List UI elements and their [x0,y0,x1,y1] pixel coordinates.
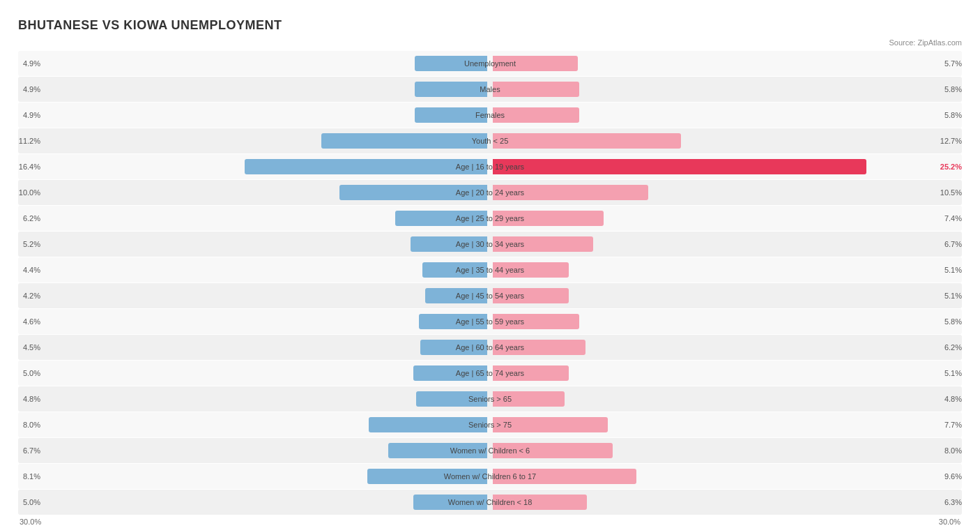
chart-row: 4.9%5.8%Males [18,77,962,102]
bar-pink [493,340,585,355]
right-value: 8.0% [944,446,962,455]
right-value: 6.7% [944,240,962,248]
bar-blue [420,340,487,355]
right-value: 5.1% [944,369,962,377]
chart-row: 6.2%7.4%Age | 25 to 29 years [18,206,962,231]
chart-row: 5.0%6.3%Women w/ Children < 18 [18,490,962,515]
axis-left: 30.0% [20,518,41,526]
right-value: 25.2% [940,163,962,171]
left-value: 16.4% [18,163,40,171]
chart-row: 11.2%12.7%Youth < 25 [18,128,962,153]
bar-pink [493,314,579,329]
bar-pink [493,82,579,97]
bar-pink [493,159,866,174]
left-value: 4.5% [18,343,40,352]
bar-blue [422,262,487,278]
chart-row: 4.8%4.8%Seniors > 65 [18,386,962,412]
right-value: 4.8% [944,395,962,403]
bar-blue [415,56,487,71]
bar-pink [493,133,681,149]
chart-row: 5.0%5.1%Age | 65 to 74 years [18,361,962,386]
right-value: 5.8% [944,85,962,93]
chart-row: 6.7%8.0%Women w/ Children < 6 [18,438,962,463]
left-value: 4.9% [18,85,40,93]
bar-pink [493,443,613,458]
chart-row: 4.2%5.1%Age | 45 to 54 years [18,283,962,308]
bar-blue [415,82,487,97]
right-value: 7.4% [944,214,962,222]
bar-blue [395,211,487,226]
left-value: 5.2% [18,240,40,248]
chart-row: 16.4%25.2%Age | 16 to 19 years [18,154,962,179]
bar-pink [493,288,569,303]
bar-blue [245,159,487,174]
chart-row: 5.2%6.7%Age | 30 to 34 years [18,232,962,257]
chart-row: 4.6%5.8%Age | 55 to 59 years [18,309,962,334]
axis-row: 30.0% 30.0% [18,518,962,526]
bar-pink [493,236,593,252]
left-value: 4.4% [18,266,40,274]
bar-blue [321,133,487,149]
left-value: 4.2% [18,292,40,300]
bar-blue [413,365,487,381]
right-value: 7.7% [944,421,962,429]
chart-row: 10.0%10.5%Age | 20 to 24 years [18,180,962,205]
right-value: 5.1% [944,292,962,300]
bar-pink [493,495,587,510]
chart-row: 4.4%5.1%Age | 35 to 44 years [18,257,962,282]
chart-row: 4.5%6.2%Age | 60 to 64 years [18,335,962,360]
chart-row: 8.1%9.6%Women w/ Children 6 to 17 [18,464,962,489]
chart-container: BHUTANESE VS KIOWA UNEMPLOYMENT Source: … [11,11,969,528]
right-value: 5.7% [944,59,962,68]
chart-row: 8.0%7.7%Seniors > 75 [18,412,962,437]
right-value: 5.1% [944,266,962,274]
bar-pink [493,262,569,278]
bar-blue [411,236,487,252]
right-value: 5.8% [944,111,962,119]
left-value: 4.9% [18,59,40,68]
chart-row: 4.9%5.8%Females [18,103,962,128]
bar-blue [415,107,487,123]
chart-title: BHUTANESE VS KIOWA UNEMPLOYMENT [18,18,962,33]
bar-pink [493,391,565,407]
right-value: 6.2% [944,343,962,352]
bar-blue [339,185,487,200]
chart-area: 4.9%5.7%Unemployment4.9%5.8%Males4.9%5.8… [18,51,962,515]
left-value: 4.6% [18,317,40,326]
bar-blue [388,443,487,458]
bar-pink [493,469,636,484]
right-value: 5.8% [944,317,962,326]
bar-blue [367,469,487,484]
right-value: 6.3% [944,498,962,506]
left-value: 4.8% [18,395,40,403]
bar-pink [493,417,608,432]
left-value: 4.9% [18,111,40,119]
left-value: 6.2% [18,214,40,222]
bar-pink [493,211,604,226]
bar-blue [416,391,487,407]
right-value: 9.6% [944,472,962,481]
right-value: 12.7% [940,137,962,145]
left-value: 11.2% [18,137,40,145]
bar-pink [493,185,648,200]
bar-pink [493,365,569,381]
left-value: 5.0% [18,498,40,506]
left-value: 10.0% [18,188,40,197]
left-value: 6.7% [18,446,40,455]
right-value: 10.5% [940,188,962,197]
axis-right: 30.0% [939,518,960,526]
left-value: 8.1% [18,472,40,481]
chart-row: 4.9%5.7%Unemployment [18,51,962,76]
bar-blue [419,314,487,329]
bar-pink [493,56,578,71]
bar-blue [413,495,487,510]
bar-blue [425,288,487,303]
left-value: 5.0% [18,369,40,377]
bar-blue [369,417,487,432]
left-value: 8.0% [18,421,40,429]
source-label: Source: ZipAtlas.com [18,38,962,47]
bar-pink [493,107,579,123]
